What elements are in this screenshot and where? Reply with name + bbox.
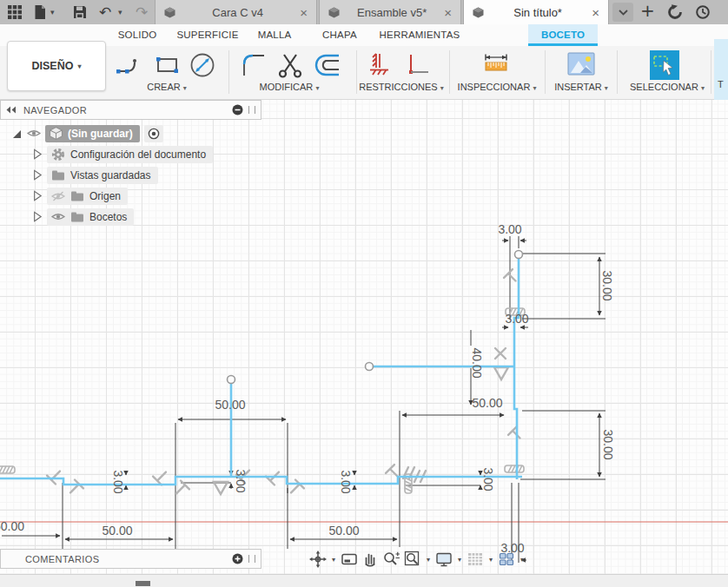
recent-clock-icon[interactable] bbox=[695, 4, 711, 20]
group-inspeccionar[interactable]: INSPECCIONAR ▾ bbox=[458, 82, 537, 92]
add-comment-icon[interactable] bbox=[232, 553, 243, 564]
tab-solido[interactable]: SOLIDO bbox=[118, 24, 157, 46]
pan-hand-icon[interactable] bbox=[361, 551, 379, 568]
display-settings-icon[interactable] bbox=[435, 551, 453, 568]
zoom-window-caret-icon[interactable]: ▾ bbox=[427, 556, 430, 564]
perpendicular-constraint-icon[interactable] bbox=[401, 49, 431, 81]
panel-drag-grip[interactable] bbox=[248, 106, 255, 114]
item-label: Configuración del documento bbox=[70, 148, 206, 161]
navigator-item-sketches[interactable]: Bocetos bbox=[31, 208, 134, 226]
app-grid-icon[interactable] bbox=[7, 4, 23, 20]
dim-leftclip-50: 50.00 bbox=[0, 519, 24, 533]
tab-superficie[interactable]: SUPERFICIE bbox=[176, 24, 238, 46]
tab-malla[interactable]: MALLA bbox=[258, 24, 292, 46]
dim-bottommid-50: 50.00 bbox=[328, 524, 359, 538]
finish-sketch-button-clipped[interactable]: T bbox=[714, 39, 728, 100]
visibility-eye-icon[interactable] bbox=[51, 212, 65, 221]
tab-herramientas[interactable]: HERRAMIENTAS bbox=[380, 24, 460, 46]
insert-image-icon[interactable] bbox=[566, 49, 597, 79]
group-restricciones[interactable]: RESTRICCIONES ▾ bbox=[359, 82, 444, 92]
navigator-item-saved-views[interactable]: Vistas guardadas bbox=[31, 166, 158, 184]
fixed-constraint-icon[interactable] bbox=[365, 49, 394, 81]
chevron-right-icon[interactable] bbox=[31, 190, 43, 201]
zoom-icon[interactable] bbox=[382, 551, 400, 568]
tab-chapa[interactable]: CHAPA bbox=[322, 24, 357, 46]
document-tab-cara-c-v4[interactable]: Cara C v4 × bbox=[155, 0, 317, 24]
caret-down-icon: ▾ bbox=[533, 84, 536, 92]
navigator-root-row[interactable]: (Sin guardar) bbox=[10, 124, 163, 142]
panel-drag-grip[interactable] bbox=[248, 555, 255, 563]
group-divider bbox=[449, 50, 450, 94]
document-tab-label: Ensamble v5* bbox=[346, 6, 438, 19]
trim-scissors-icon[interactable] bbox=[275, 49, 306, 81]
save-icon[interactable] bbox=[72, 4, 88, 20]
fillet-tool-icon[interactable] bbox=[238, 49, 269, 81]
sketch-lines[interactable] bbox=[0, 254, 522, 485]
grid-settings-caret-icon[interactable]: ▾ bbox=[489, 556, 493, 564]
undo-icon[interactable]: ↶ bbox=[99, 1, 111, 23]
navigator-header[interactable]: NAVEGADOR bbox=[0, 100, 261, 120]
tab-boceto[interactable]: BOCETO bbox=[541, 24, 585, 46]
caret-down-icon: ▾ bbox=[605, 84, 608, 92]
viewports-caret-icon[interactable]: ▾ bbox=[520, 556, 524, 564]
visibility-off-eye-icon[interactable] bbox=[51, 191, 65, 201]
zoom-window-icon[interactable] bbox=[404, 551, 421, 568]
file-menu-caret[interactable]: ▾ bbox=[50, 8, 55, 16]
dim-right-30: 30.00 bbox=[601, 429, 615, 459]
new-tab-button[interactable]: + bbox=[640, 0, 655, 22]
comments-panel-header[interactable]: COMENTARIOS bbox=[0, 549, 261, 569]
chevron-right-icon[interactable] bbox=[31, 169, 43, 181]
group-divider bbox=[356, 50, 357, 94]
orbit-icon[interactable] bbox=[309, 551, 327, 568]
document-cube-icon bbox=[164, 7, 175, 18]
visibility-eye-icon[interactable] bbox=[27, 129, 41, 138]
group-modificar[interactable]: MODIFICAR ▾ bbox=[260, 82, 320, 92]
chevron-right-icon[interactable] bbox=[31, 148, 43, 160]
fixed-constraint-glyphs[interactable] bbox=[0, 308, 525, 493]
file-icon[interactable] bbox=[32, 4, 48, 20]
measure-tool-icon[interactable] bbox=[480, 49, 512, 81]
root-document-item[interactable]: (Sin guardar) bbox=[45, 125, 140, 142]
folder-icon bbox=[70, 190, 84, 201]
display-settings-caret-icon[interactable]: ▾ bbox=[458, 556, 461, 564]
rectangle-tool-icon[interactable] bbox=[152, 49, 183, 81]
orbit-caret-icon[interactable]: ▾ bbox=[332, 556, 335, 564]
look-at-icon[interactable] bbox=[341, 551, 358, 568]
group-modificar-label: MODIFICAR bbox=[260, 82, 314, 92]
panel-collapse-circle-icon[interactable] bbox=[232, 104, 243, 115]
tab-list-button[interactable] bbox=[612, 3, 633, 22]
design-workspace-button[interactable]: DISEÑO ▾ bbox=[7, 41, 106, 91]
expand-collapse-icon[interactable] bbox=[10, 128, 23, 140]
select-tool-icon[interactable] bbox=[649, 49, 680, 81]
chevron-right-icon[interactable] bbox=[31, 211, 43, 222]
navigator-item-document-settings[interactable]: Configuración del documento bbox=[31, 145, 213, 163]
undo-caret[interactable]: ▾ bbox=[118, 8, 122, 16]
group-insertar[interactable]: INSERTAR ▾ bbox=[554, 82, 608, 92]
grid-settings-icon[interactable] bbox=[467, 551, 484, 568]
group-crear[interactable]: CREAR ▾ bbox=[147, 82, 187, 92]
viewports-icon[interactable] bbox=[498, 551, 515, 568]
activate-component-radio[interactable] bbox=[144, 125, 163, 142]
close-tab-icon[interactable]: × bbox=[300, 5, 308, 20]
dimension-labels[interactable]: 3.00 30.00 3.00 40.00 50.00 30.00 50.00 … bbox=[0, 222, 615, 555]
close-tab-icon[interactable]: × bbox=[592, 5, 599, 20]
group-divider bbox=[617, 50, 618, 94]
constraint-glyphs[interactable] bbox=[47, 269, 524, 498]
caret-down-icon: ▾ bbox=[183, 84, 187, 92]
navigator-item-origin[interactable]: Origen bbox=[31, 187, 128, 205]
close-tab-icon[interactable]: × bbox=[444, 5, 452, 20]
offset-tool-icon[interactable] bbox=[311, 49, 342, 81]
redo-icon[interactable]: ↷ bbox=[136, 1, 148, 23]
dim-right-50: 50.00 bbox=[472, 396, 502, 410]
group-seleccionar[interactable]: SELECCIONAR ▾ bbox=[630, 82, 705, 92]
group-divider bbox=[228, 50, 229, 94]
group-restricciones-label: RESTRICCIONES bbox=[359, 82, 437, 92]
document-tab-label: Sin título* bbox=[490, 6, 586, 19]
sketch-dimension-tool-icon[interactable] bbox=[187, 49, 218, 81]
sync-status-icon[interactable] bbox=[667, 4, 683, 20]
document-cube-icon bbox=[50, 127, 63, 140]
collapse-panel-icon[interactable] bbox=[6, 106, 17, 114]
document-tab-sin-titulo[interactable]: Sin título* × bbox=[463, 0, 609, 24]
document-tab-ensamble-v5[interactable]: Ensamble v5* × bbox=[319, 0, 461, 24]
line-tool-icon[interactable] bbox=[114, 49, 145, 81]
